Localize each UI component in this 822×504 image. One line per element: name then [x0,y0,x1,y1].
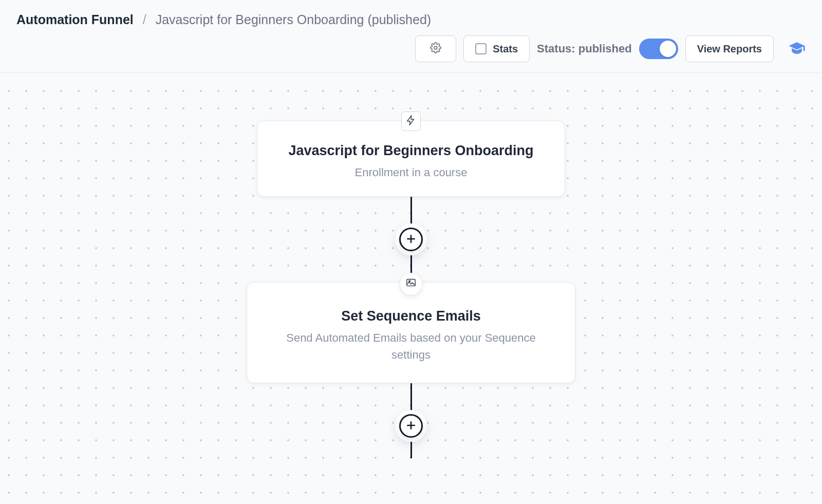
add-step-button[interactable] [399,228,423,251]
add-step-wrap [397,412,425,440]
toggle-knob [660,41,676,57]
svg-rect-3 [407,279,416,286]
svg-point-4 [409,281,410,282]
gear-icon [430,42,441,56]
trigger-badge [401,111,421,131]
status-label: Status: published [537,42,632,55]
connector [410,383,412,412]
connector [410,197,412,226]
publish-toggle[interactable] [639,39,678,59]
action-title: Set Sequence Emails [271,308,551,324]
settings-button[interactable] [415,35,456,62]
page-header: Automation Funnel / Javascript for Begin… [0,0,822,73]
toolbar: Stats Status: published View Reports [16,35,806,62]
action-node[interactable]: Set Sequence Emails Send Automated Email… [247,282,575,383]
view-reports-button[interactable]: View Reports [685,35,774,62]
graduation-cap-icon[interactable] [788,40,806,58]
automation-canvas[interactable]: Javascript for Beginners Onboarding Enro… [0,82,822,504]
bolt-icon [405,115,417,128]
breadcrumb-current: Javascript for Beginners Onboarding (pub… [156,12,431,27]
flow-container: Javascript for Beginners Onboarding Enro… [247,121,575,458]
trigger-node[interactable]: Javascript for Beginners Onboarding Enro… [257,121,565,197]
stats-label: Stats [493,43,518,55]
breadcrumb-root[interactable]: Automation Funnel [16,12,134,27]
add-step-button[interactable] [399,414,423,438]
svg-point-0 [434,46,437,49]
image-icon [405,277,417,291]
checkbox-icon [475,43,487,54]
add-step-wrap [397,226,425,253]
connector [410,440,412,458]
action-badge [400,273,422,295]
breadcrumb-separator: / [143,12,146,27]
plus-icon [406,420,416,432]
plus-icon [406,234,416,246]
trigger-title: Javascript for Beginners Onboarding [275,143,547,159]
trigger-subtitle: Enrollment in a course [275,164,547,181]
view-reports-label: View Reports [697,43,762,55]
stats-button[interactable]: Stats [463,35,530,62]
breadcrumb: Automation Funnel / Javascript for Begin… [16,12,806,27]
action-subtitle: Send Automated Emails based on your Sequ… [271,329,551,363]
